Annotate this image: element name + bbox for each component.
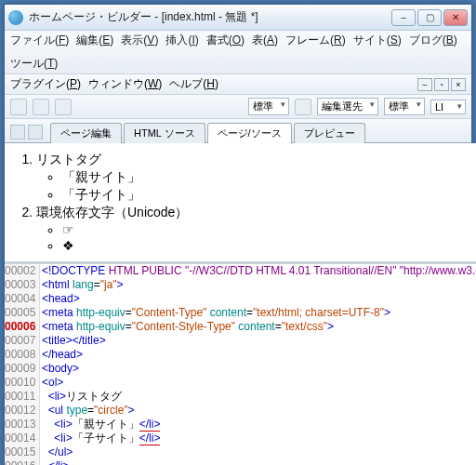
source-line[interactable]: 00008</head> [5,348,476,362]
source-line[interactable]: 00002<!DOCTYPE HTML PUBLIC "-//W3C//DTD … [5,264,476,278]
tool-icon-4[interactable] [295,99,311,115]
tab-2[interactable]: ページ/ソース [207,123,292,143]
preview-sub-2: 「子サイト」 [62,187,472,204]
title-bar: ホームページ・ビルダー - [index.html - 無題 *] – ▢ ✕ [5,5,471,31]
tag-select[interactable]: LI [430,100,466,114]
edit-select[interactable]: 編集選先 [317,98,378,115]
source-line[interactable]: 00007<title></title> [5,334,476,348]
source-line[interactable]: 00016 </li> [5,459,476,465]
preview-item-2: 環境依存文字（Unicode） ☞ ❖ [36,205,472,253]
minimize-button[interactable]: – [391,9,416,26]
tab-0[interactable]: ページ編集 [50,123,122,143]
menu-編集[interactable]: 編集(E) [76,33,113,48]
source-line[interactable]: 00004<head> [5,292,476,306]
maximize-button[interactable]: ▢ [417,9,442,26]
style-select-2[interactable]: 標準 [384,98,425,115]
source-line[interactable]: 00009<body> [5,362,476,376]
menu-ファイル[interactable]: ファイル(F) [10,33,69,48]
tab-lead-icon-1[interactable] [10,125,25,140]
menu-bar-2: プラグイン(P)ウィンドウ(W)ヘルプ(H) – ▫ × [5,74,471,95]
menu-ウィンドウ[interactable]: ウィンドウ(W) [88,76,162,92]
preview-sub-1: 「親サイト」 [62,169,472,186]
source-line[interactable]: 00012 <ul type="circle"> [5,404,476,418]
preview-sub-3: ☞ [62,222,472,237]
tab-bar: ページ編集HTML ソースページ/ソースプレビュー [5,119,471,143]
toolbar: 標準 編集選先 標準 LI [5,95,471,119]
source-line[interactable]: 00011 <li>リストタグ [5,390,476,404]
close-button[interactable]: ✕ [443,9,468,26]
menu-表[interactable]: 表(A) [252,33,278,48]
app-icon [8,10,23,25]
menu-フレーム[interactable]: フレーム(R) [285,33,346,48]
mdi-restore-button[interactable]: ▫ [434,78,449,91]
tool-icon-1[interactable] [10,99,27,115]
source-line[interactable]: 00003<html lang="ja"> [5,278,476,292]
source-line[interactable]: 00015 </ul> [5,445,476,459]
tab-lead-icon-2[interactable] [28,125,43,140]
source-line[interactable]: 00014 <li>「子サイト」</li> [5,432,476,445]
preview-item-1: リストタグ 「親サイト」 「子サイト」 [36,152,472,204]
menu-ツール[interactable]: ツール(T) [10,56,58,72]
source-pane[interactable]: 00002<!DOCTYPE HTML PUBLIC "-//W3C//DTD … [5,264,476,465]
preview-pane[interactable]: リストタグ 「親サイト」 「子サイト」 環境依存文字（Unicode） ☞ ❖ [5,143,476,264]
menu-ブログ[interactable]: ブログ(B) [409,33,457,48]
style-select-1[interactable]: 標準 [248,98,289,115]
menu-表示[interactable]: 表示(V) [121,33,158,48]
source-line[interactable]: 00006<meta http-equiv="Content-Style-Typ… [5,320,476,334]
preview-sub-4: ❖ [62,238,472,253]
mdi-close-button[interactable]: × [451,78,466,91]
menu-プラグイン[interactable]: プラグイン(P) [10,76,81,92]
source-line[interactable]: 00005<meta http-equiv="Content-Type" con… [5,306,476,320]
menu-サイト[interactable]: サイト(S) [353,33,402,48]
tool-icon-3[interactable] [55,99,72,115]
tab-3[interactable]: プレビュー [294,123,365,143]
window-title: ホームページ・ビルダー - [index.html - 無題 *] [29,9,391,25]
menu-bar-1: ファイル(F)編集(E)表示(V)挿入(I)書式(O)表(A)フレーム(R)サイ… [5,31,471,74]
tool-icon-2[interactable] [33,99,49,115]
source-line[interactable]: 00010<ol> [5,376,476,390]
source-line[interactable]: 00013 <li>「親サイト」</li> [5,418,476,432]
menu-書式[interactable]: 書式(O) [206,33,245,48]
menu-挿入[interactable]: 挿入(I) [165,33,198,48]
menu-ヘルプ[interactable]: ヘルプ(H) [169,76,218,92]
mdi-minimize-button[interactable]: – [417,78,432,91]
tab-1[interactable]: HTML ソース [124,123,205,143]
